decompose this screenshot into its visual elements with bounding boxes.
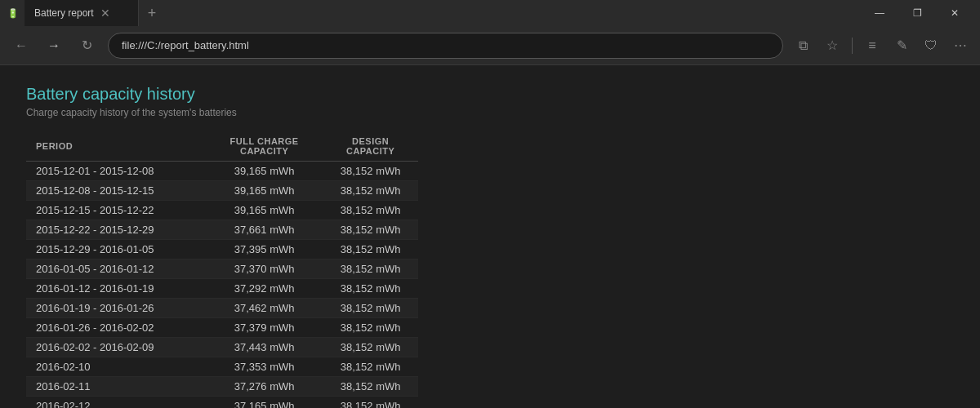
design-capacity-cell: 38,152 mWh	[323, 338, 418, 357]
table-row: 2016-01-19 - 2016-01-2637,462 mWh38,152 …	[26, 299, 418, 318]
tab-title: Battery report	[34, 7, 94, 19]
capacity-table: PERIOD FULL CHARGE CAPACITY DESIGN CAPAC…	[26, 131, 418, 408]
full-charge-cell: 37,443 mWh	[206, 338, 323, 357]
period-cell: 2016-01-26 - 2016-02-02	[26, 318, 206, 338]
full-charge-cell: 37,462 mWh	[206, 299, 323, 318]
full-charge-cell: 37,661 mWh	[206, 220, 323, 240]
design-capacity-cell: 38,152 mWh	[323, 357, 418, 377]
design-capacity-cell: 38,152 mWh	[323, 162, 418, 181]
address-bar[interactable]: file:///C:/report_battery.html	[108, 33, 783, 59]
nav-bar: ← → ↻ file:///C:/report_battery.html ⧉ ☆…	[0, 26, 980, 65]
maximize-button[interactable]: ❐	[898, 0, 936, 26]
content-area: Battery capacity history Charge capacity…	[0, 65, 980, 408]
period-cell: 2016-01-12 - 2016-01-19	[26, 279, 206, 299]
full-charge-cell: 37,276 mWh	[206, 377, 323, 397]
table-row: 2016-02-02 - 2016-02-0937,443 mWh38,152 …	[26, 338, 418, 357]
header-full-charge: FULL CHARGE CAPACITY	[206, 131, 323, 162]
table-row: 2016-01-26 - 2016-02-0237,379 mWh38,152 …	[26, 318, 418, 338]
period-cell: 2016-01-05 - 2016-01-12	[26, 259, 206, 279]
section-subtitle: Charge capacity history of the system's …	[26, 107, 954, 118]
table-row: 2016-01-05 - 2016-01-1237,370 mWh38,152 …	[26, 259, 418, 279]
favorite-button[interactable]: ☆	[819, 33, 845, 59]
design-capacity-cell: 38,152 mWh	[323, 240, 418, 259]
full-charge-cell: 39,165 mWh	[206, 162, 323, 181]
header-period: PERIOD	[26, 131, 206, 162]
new-tab-button[interactable]: +	[139, 0, 165, 26]
table-row: 2015-12-22 - 2015-12-2937,661 mWh38,152 …	[26, 220, 418, 240]
table-row: 2015-12-01 - 2015-12-0839,165 mWh38,152 …	[26, 162, 418, 181]
tab-icon: 🔋	[7, 7, 20, 20]
table-row: 2015-12-29 - 2016-01-0537,395 mWh38,152 …	[26, 240, 418, 259]
nav-divider	[852, 38, 853, 54]
window-controls: — ❐ ✕	[861, 0, 973, 26]
design-capacity-cell: 38,152 mWh	[323, 318, 418, 338]
table-row: 2016-02-1137,276 mWh38,152 mWh	[26, 377, 418, 397]
back-button[interactable]: ←	[7, 31, 36, 60]
design-capacity-cell: 38,152 mWh	[323, 299, 418, 318]
tab-strip: Battery report ✕ +	[24, 0, 861, 26]
window-close-button[interactable]: ✕	[936, 0, 973, 26]
nav-right-icons: ⧉ ☆ ≡ ✎ 🛡 ⋯	[790, 33, 973, 59]
design-capacity-cell: 38,152 mWh	[323, 201, 418, 220]
full-charge-cell: 37,370 mWh	[206, 259, 323, 279]
edit-button[interactable]: ✎	[889, 33, 915, 59]
design-capacity-cell: 38,152 mWh	[323, 397, 418, 409]
full-charge-cell: 39,165 mWh	[206, 201, 323, 220]
table-row: 2015-12-08 - 2015-12-1539,165 mWh38,152 …	[26, 181, 418, 201]
period-cell: 2015-12-15 - 2015-12-22	[26, 201, 206, 220]
period-cell: 2015-12-01 - 2015-12-08	[26, 162, 206, 181]
period-cell: 2016-02-11	[26, 377, 206, 397]
title-bar: 🔋 Battery report ✕ + — ❐ ✕	[0, 0, 980, 26]
period-cell: 2015-12-08 - 2015-12-15	[26, 181, 206, 201]
period-cell: 2015-12-22 - 2015-12-29	[26, 220, 206, 240]
design-capacity-cell: 38,152 mWh	[323, 181, 418, 201]
design-capacity-cell: 38,152 mWh	[323, 259, 418, 279]
refresh-button[interactable]: ↻	[72, 31, 101, 60]
design-capacity-cell: 38,152 mWh	[323, 279, 418, 299]
design-capacity-cell: 38,152 mWh	[323, 377, 418, 397]
header-design: DESIGN CAPACITY	[323, 131, 418, 162]
menu-button[interactable]: ≡	[859, 33, 885, 59]
tab-close-button[interactable]: ✕	[100, 7, 110, 19]
table-row: 2016-02-1237,165 mWh38,152 mWh	[26, 397, 418, 409]
minimize-button[interactable]: —	[861, 0, 898, 26]
table-row: 2016-01-12 - 2016-01-1937,292 mWh38,152 …	[26, 279, 418, 299]
address-text: file:///C:/report_battery.html	[122, 39, 249, 51]
forward-button[interactable]: →	[39, 31, 69, 60]
more-button[interactable]: ⋯	[947, 33, 973, 59]
period-cell: 2015-12-29 - 2016-01-05	[26, 240, 206, 259]
full-charge-cell: 37,292 mWh	[206, 279, 323, 299]
full-charge-cell: 37,395 mWh	[206, 240, 323, 259]
period-cell: 2016-02-12	[26, 397, 206, 409]
section-title: Battery capacity history	[26, 85, 954, 104]
period-cell: 2016-02-02 - 2016-02-09	[26, 338, 206, 357]
shield-button[interactable]: 🛡	[918, 33, 944, 59]
period-cell: 2016-01-19 - 2016-01-26	[26, 299, 206, 318]
active-tab[interactable]: Battery report ✕	[24, 0, 139, 26]
design-capacity-cell: 38,152 mWh	[323, 220, 418, 240]
full-charge-cell: 39,165 mWh	[206, 181, 323, 201]
split-view-button[interactable]: ⧉	[790, 33, 816, 59]
period-cell: 2016-02-10	[26, 357, 206, 377]
table-row: 2015-12-15 - 2015-12-2239,165 mWh38,152 …	[26, 201, 418, 220]
table-row: 2016-02-1037,353 mWh38,152 mWh	[26, 357, 418, 377]
full-charge-cell: 37,379 mWh	[206, 318, 323, 338]
full-charge-cell: 37,165 mWh	[206, 397, 323, 409]
full-charge-cell: 37,353 mWh	[206, 357, 323, 377]
